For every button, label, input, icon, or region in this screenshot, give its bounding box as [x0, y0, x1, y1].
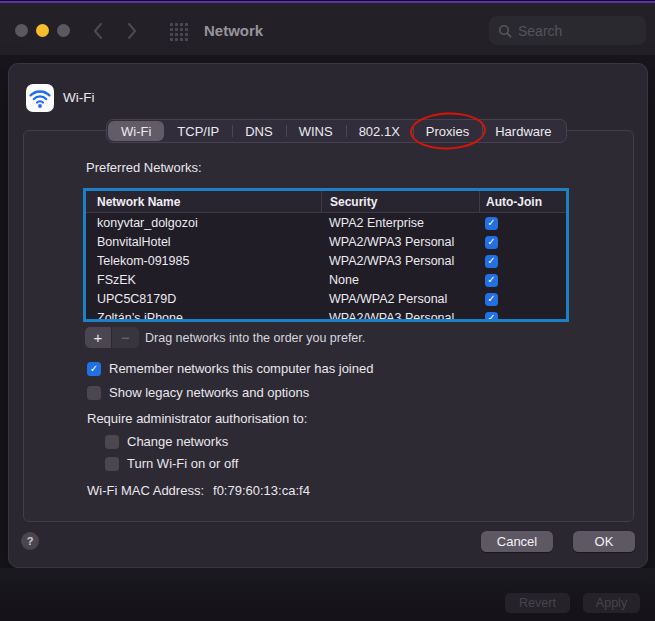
window-title: Network [204, 22, 263, 39]
auto-join-checkbox[interactable] [485, 293, 498, 306]
security-cell: None [321, 273, 479, 287]
remember-networks-option: Remember networks this computer has join… [87, 361, 373, 376]
zoom-button[interactable] [57, 24, 70, 37]
table-header-row: Network Name Security Auto-Join [86, 191, 566, 213]
tab-hardware[interactable]: Hardware [482, 121, 564, 141]
col-header-auto-join[interactable]: Auto-Join [479, 191, 566, 212]
auto-join-checkbox[interactable] [485, 274, 498, 287]
network-row[interactable]: Telekom-091985 WPA2/WPA3 Personal [86, 251, 566, 270]
tab-proxies[interactable]: Proxies [413, 121, 482, 141]
back-button[interactable] [88, 20, 110, 42]
security-cell: WPA2/WPA3 Personal [321, 235, 479, 249]
auto-join-checkbox[interactable] [485, 255, 498, 268]
network-row[interactable]: konyvtar_dolgozoi WPA2 Enterprise [86, 213, 566, 232]
tab-dns[interactable]: DNS [232, 121, 285, 141]
search-field[interactable] [489, 16, 646, 45]
mac-address-row: Wi-Fi MAC Address:f0:79:60:13:ca:f4 [87, 483, 310, 498]
turn-wifi-checkbox[interactable] [105, 457, 119, 471]
minimize-button[interactable] [36, 24, 49, 37]
sheet-title: Wi-Fi [63, 90, 94, 105]
admin-authorisation-heading: Require administrator authorisation to: [87, 411, 307, 426]
tab-8021x[interactable]: 802.1X [346, 121, 413, 141]
col-header-network-name[interactable]: Network Name [86, 195, 321, 209]
tab-wifi[interactable]: Wi-Fi [108, 121, 164, 141]
add-remove-control: + − [85, 327, 139, 348]
security-cell: WPA2/WPA3 Personal [321, 254, 479, 268]
cancel-button[interactable]: Cancel [481, 531, 553, 552]
network-name-cell: Zoltán’s iPhone [86, 311, 321, 323]
network-row[interactable]: BonvitalHotel WPA2/WPA3 Personal [86, 232, 566, 251]
search-icon [498, 24, 512, 38]
col-header-security[interactable]: Security [321, 191, 479, 212]
change-networks-option: Change networks [105, 434, 228, 449]
drag-hint-text: Drag networks into the order you prefer. [145, 327, 365, 348]
wifi-settings-sheet: Wi-Fi Wi-Fi TCP/IP DNS WINS 802.1X Proxi… [8, 63, 648, 568]
network-name-cell: konyvtar_dolgozoi [86, 216, 321, 230]
auto-join-checkbox[interactable] [485, 236, 498, 249]
apply-button[interactable]: Apply [583, 593, 640, 613]
tab-divider [286, 125, 287, 137]
remove-network-button[interactable]: − [112, 327, 139, 348]
legacy-networks-option: Show legacy networks and options [87, 385, 309, 400]
tab-divider [346, 125, 347, 137]
help-button[interactable]: ? [21, 532, 39, 550]
preferred-networks-label: Preferred Networks: [86, 160, 202, 175]
change-networks-checkbox[interactable] [105, 435, 119, 449]
network-name-cell: Telekom-091985 [86, 254, 321, 268]
forward-button[interactable] [120, 20, 142, 42]
revert-button[interactable]: Revert [505, 593, 570, 613]
network-name-cell: FSzEK [86, 273, 321, 287]
tab-wins[interactable]: WINS [286, 121, 346, 141]
turn-wifi-label: Turn Wi-Fi on or off [127, 456, 238, 471]
network-row[interactable]: Zoltán’s iPhone WPA2/WPA3 Personal [86, 308, 566, 322]
preferred-networks-table[interactable]: Network Name Security Auto-Join konyvtar… [83, 188, 569, 322]
network-name-cell: BonvitalHotel [86, 235, 321, 249]
change-networks-label: Change networks [127, 434, 228, 449]
auto-join-checkbox[interactable] [485, 217, 498, 230]
network-preferences-window: Network Wi-Fi Wi-Fi TCP/IP DNS WINS [0, 0, 655, 621]
title-bar: Network [0, 3, 655, 55]
traffic-lights [15, 24, 70, 37]
tab-divider [232, 125, 233, 137]
remember-networks-checkbox[interactable] [87, 362, 101, 376]
window-footer: Revert Apply [0, 568, 655, 621]
legacy-networks-label: Show legacy networks and options [109, 385, 309, 400]
show-all-grid-button[interactable] [170, 23, 187, 40]
tab-tcpip[interactable]: TCP/IP [164, 121, 232, 141]
ok-button[interactable]: OK [573, 531, 635, 552]
close-button[interactable] [15, 24, 28, 37]
mac-address-value: f0:79:60:13:ca:f4 [213, 483, 310, 498]
settings-tab-bar: Wi-Fi TCP/IP DNS WINS 802.1X Proxies Har… [106, 119, 567, 143]
search-input[interactable] [518, 23, 655, 39]
security-cell: WPA2/WPA3 Personal [321, 311, 479, 323]
network-row[interactable]: UPC5C8179D WPA/WPA2 Personal [86, 289, 566, 308]
add-network-button[interactable]: + [85, 327, 112, 348]
remember-networks-label: Remember networks this computer has join… [109, 361, 373, 376]
wifi-app-icon [26, 84, 54, 112]
network-row[interactable]: FSzEK None [86, 270, 566, 289]
auto-join-checkbox[interactable] [485, 312, 498, 322]
tab-divider [413, 125, 414, 137]
wifi-icon [28, 86, 52, 110]
security-cell: WPA/WPA2 Personal [321, 292, 479, 306]
network-name-cell: UPC5C8179D [86, 292, 321, 306]
tab-divider [482, 125, 483, 137]
mac-address-label: Wi-Fi MAC Address: [87, 483, 204, 498]
security-cell: WPA2 Enterprise [321, 216, 479, 230]
turn-wifi-option: Turn Wi-Fi on or off [105, 456, 238, 471]
legacy-networks-checkbox[interactable] [87, 386, 101, 400]
